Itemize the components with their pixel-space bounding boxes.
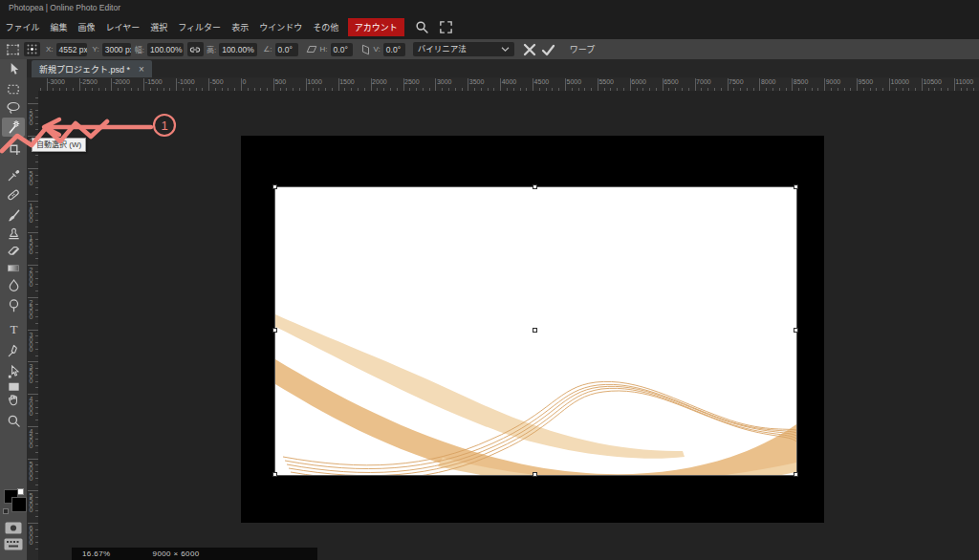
h-ruler-label: -1000 — [178, 78, 195, 85]
skew-v-field[interactable]: 0.0° — [383, 43, 405, 56]
transform-handle[interactable] — [794, 328, 798, 333]
menu-layer[interactable]: レイヤー — [100, 21, 145, 33]
x-field[interactable]: 4552 px — [56, 43, 87, 56]
width-field[interactable]: 100.00% — [147, 43, 184, 56]
h-ruler-label: 10500 — [923, 78, 941, 85]
h-ruler-label: 8500 — [794, 78, 809, 85]
menu-more[interactable]: その他 — [308, 21, 344, 33]
background-color-swatch[interactable] — [11, 497, 27, 512]
photopea-app: Photopea | Online Photo Editor ファイル編集画像レ… — [0, 0, 979, 560]
eraser-tool[interactable] — [2, 241, 25, 260]
confirm-transform-icon[interactable] — [541, 43, 555, 56]
account-button[interactable]: アカウント — [348, 18, 404, 36]
h-ruler-label: 500 — [274, 78, 286, 85]
zoom-level[interactable]: 16.67% — [82, 549, 111, 558]
brush-tool[interactable] — [2, 205, 25, 225]
transform-handle[interactable] — [272, 328, 277, 333]
h-ruler-label: 5500 — [598, 78, 614, 85]
warp-button[interactable]: ワープ — [570, 43, 595, 55]
h-ruler-label: 11000 — [955, 78, 973, 85]
fullscreen-icon[interactable] — [440, 21, 452, 33]
keyboard-shortcuts-button[interactable] — [4, 537, 23, 549]
transform-handle[interactable] — [272, 184, 277, 189]
skew-vertical-icon — [359, 43, 372, 56]
canvas-area — [38, 91, 979, 560]
menu-view[interactable]: 表示 — [227, 21, 254, 33]
quickmask-button[interactable] — [5, 521, 22, 533]
cancel-transform-icon[interactable] — [523, 43, 536, 56]
tab-document[interactable]: 新規プロジェクト.psd * × — [32, 60, 152, 77]
v-ruler-label: 3500 — [28, 363, 34, 382]
h-ruler-label: 10000 — [891, 78, 909, 85]
magic-wand-tool[interactable] — [2, 118, 25, 137]
tooltip: 自動選択 (W) — [32, 138, 86, 152]
dodge-tool[interactable] — [2, 296, 25, 315]
ruler-corner — [27, 77, 38, 91]
pen-tool[interactable] — [2, 341, 25, 360]
h-ruler-label: 5000 — [567, 78, 582, 85]
transform-handle[interactable] — [533, 472, 537, 477]
skew-h-label: H: — [320, 45, 328, 54]
h-ruler-label: -2500 — [80, 78, 98, 85]
v-ruler-label: 1500 — [28, 234, 34, 253]
interpolation-value: バイリニア法 — [418, 42, 467, 56]
transform-handle[interactable] — [794, 184, 798, 189]
gradient-tool[interactable] — [2, 258, 25, 277]
transform-handle[interactable] — [533, 184, 537, 189]
v-ruler-label: 3000 — [28, 332, 34, 351]
titlebar: Photopea | Online Photo Editor — [0, 0, 979, 15]
move-tool[interactable] — [2, 59, 25, 78]
type-tool[interactable]: T — [2, 319, 25, 338]
h-ruler-label: 2500 — [404, 78, 420, 85]
menu-bar: ファイル編集画像レイヤー選択フィルター表示ウインドウその他 アカウント — [0, 15, 979, 39]
skew-h-field[interactable]: 0.0° — [331, 43, 353, 56]
hand-tool[interactable] — [2, 390, 25, 409]
clone-stamp-tool[interactable] — [2, 224, 25, 243]
width-label: 幅: — [135, 44, 144, 54]
tool-bar: T — [0, 59, 27, 560]
search-icon[interactable] — [415, 20, 429, 34]
v-ruler-label: 1000 — [28, 203, 34, 222]
document-dimensions: 9000 × 6000 — [153, 549, 200, 558]
document-canvas — [241, 136, 824, 523]
h-ruler-label: 4000 — [502, 78, 517, 85]
swap-colors-swatch[interactable] — [17, 488, 24, 495]
menu-select[interactable]: 選択 — [145, 21, 173, 33]
lasso-tool[interactable] — [2, 98, 25, 118]
blur-tool[interactable] — [2, 275, 25, 294]
anchor-point-icon[interactable] — [24, 42, 40, 56]
app-title: Photopea | Online Photo Editor — [9, 3, 120, 12]
transform-handle[interactable] — [533, 328, 537, 333]
tab-bar: 新規プロジェクト.psd * × — [27, 59, 979, 77]
tab-close-icon[interactable]: × — [139, 64, 144, 75]
tab-title: 新規プロジェクト.psd * — [39, 63, 130, 75]
skew-horizontal-icon — [305, 43, 318, 55]
menu-filter[interactable]: フィルター — [173, 21, 227, 33]
menu-file[interactable]: ファイル — [0, 21, 45, 33]
status-bar: 16.67% 9000 × 6000 — [72, 548, 317, 560]
h-ruler-label: 6000 — [631, 78, 646, 85]
crop-tool[interactable] — [2, 139, 25, 158]
v-ruler-label: 500 — [28, 170, 34, 184]
spot-heal-tool[interactable] — [2, 185, 25, 205]
height-field[interactable]: 100.00% — [219, 43, 257, 56]
h-ruler-label: 2000 — [372, 78, 387, 85]
rect-marquee-tool[interactable] — [2, 79, 25, 98]
v-ruler-label: 4000 — [28, 396, 34, 415]
angle-label: ∠: — [263, 45, 272, 54]
height-label: 高: — [207, 44, 216, 54]
y-label: Y: — [93, 45, 99, 54]
transform-handle[interactable] — [272, 472, 277, 477]
default-colors-swatch[interactable] — [3, 508, 9, 514]
y-field[interactable]: 3000 px — [102, 43, 131, 56]
transform-handle[interactable] — [794, 472, 798, 477]
v-ruler-label: 6000 — [28, 525, 34, 544]
zoom-tool[interactable] — [2, 411, 25, 430]
interpolation-select[interactable]: バイリニア法 — [413, 42, 514, 56]
menu-edit[interactable]: 編集 — [45, 21, 73, 33]
menu-image[interactable]: 画像 — [73, 21, 100, 33]
menu-window[interactable]: ウインドウ — [254, 21, 308, 33]
link-dimensions-icon[interactable] — [187, 42, 204, 56]
angle-field[interactable]: 0.0° — [275, 43, 298, 56]
eyedropper-tool[interactable] — [2, 165, 25, 184]
